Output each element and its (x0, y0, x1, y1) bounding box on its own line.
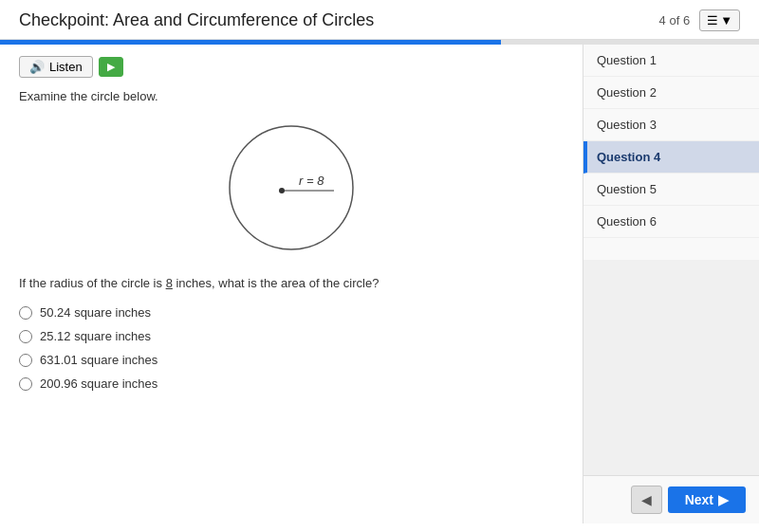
option-item[interactable]: 631.01 square inches (19, 353, 564, 367)
next-icon: ▶ (718, 492, 729, 507)
svg-text:r = 8: r = 8 (299, 174, 324, 188)
question-text: If the radius of the circle is 8 inches,… (19, 276, 564, 290)
sidebar-item-question-4[interactable]: Question 4 (583, 141, 759, 174)
prev-button[interactable]: ◀ (631, 486, 662, 514)
option-label-1[interactable]: 50.24 square inches (40, 305, 151, 320)
option-radio-1[interactable] (19, 306, 32, 320)
sidebar: Question 1 Question 2 Question 3 Questio… (583, 45, 759, 523)
circle-diagram: r = 8 (19, 117, 564, 259)
listen-label: Listen (49, 60, 83, 74)
svg-point-0 (230, 126, 353, 249)
options-list: 50.24 square inches 25.12 square inches … (19, 305, 564, 391)
chevron-down-icon: ▼ (720, 13, 732, 28)
prev-icon: ◀ (641, 492, 652, 507)
main-layout: 🔊 Listen ▶ Examine the circle below. r =… (0, 45, 759, 523)
sidebar-empty-area (583, 260, 759, 475)
page-title: Checkpoint: Area and Circumference of Ci… (19, 10, 374, 30)
option-label-2[interactable]: 25.12 square inches (40, 329, 151, 343)
option-radio-2[interactable] (19, 330, 32, 343)
content-area: 🔊 Listen ▶ Examine the circle below. r =… (0, 45, 583, 523)
option-radio-3[interactable] (19, 354, 32, 367)
sidebar-questions: Question 1 Question 2 Question 3 Questio… (583, 45, 759, 260)
play-button[interactable]: ▶ (99, 57, 123, 77)
nav-footer: ◀ Next ▶ (583, 475, 759, 523)
list-icon: ☰ (707, 13, 718, 28)
listen-button[interactable]: 🔊 Listen (19, 56, 93, 78)
speaker-icon: 🔊 (29, 60, 45, 74)
next-label: Next (685, 492, 713, 507)
option-label-3[interactable]: 631.01 square inches (40, 353, 157, 367)
question-count: 4 of 6 (659, 13, 691, 28)
next-button[interactable]: Next ▶ (668, 486, 746, 513)
option-item[interactable]: 50.24 square inches (19, 305, 564, 320)
instruction-text: Examine the circle below. (19, 89, 564, 103)
sidebar-item-question-1[interactable]: Question 1 (583, 45, 759, 77)
list-view-button[interactable]: ☰ ▼ (699, 9, 740, 31)
header-right: 4 of 6 ☰ ▼ (659, 9, 740, 31)
option-item[interactable]: 25.12 square inches (19, 329, 564, 343)
option-label-4[interactable]: 200.96 square inches (40, 376, 157, 391)
sidebar-item-question-5[interactable]: Question 5 (583, 174, 759, 206)
sidebar-item-question-3[interactable]: Question 3 (583, 109, 759, 141)
option-radio-4[interactable] (19, 377, 32, 391)
sidebar-item-question-6[interactable]: Question 6 (583, 206, 759, 238)
sidebar-item-question-2[interactable]: Question 2 (583, 77, 759, 109)
underline-word: 8 (166, 276, 173, 290)
page-header: Checkpoint: Area and Circumference of Ci… (0, 0, 759, 40)
option-item[interactable]: 200.96 square inches (19, 376, 564, 391)
listen-bar: 🔊 Listen ▶ (19, 56, 564, 78)
circle-svg: r = 8 (220, 117, 362, 259)
play-icon: ▶ (107, 61, 115, 72)
